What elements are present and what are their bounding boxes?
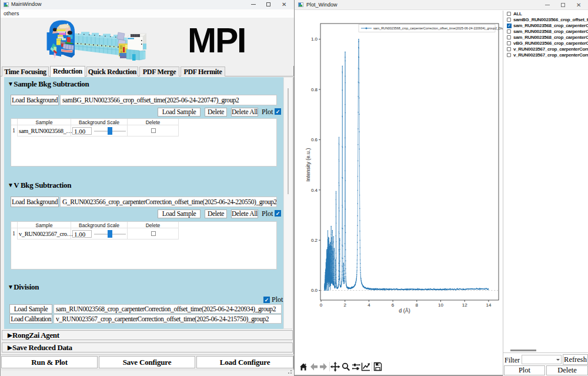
svg-text:0.4: 0.4 [311, 188, 318, 193]
svg-text:Intensity (e.u.): Intensity (e.u.) [305, 148, 311, 181]
svg-text:6: 6 [392, 302, 395, 308]
svg-text:0: 0 [320, 302, 323, 308]
svg-text:sam_RUN0023568_crop_carpenterC: sam_RUN0023568_crop_carpenterCorrection_… [373, 26, 510, 30]
svg-text:12: 12 [462, 302, 467, 308]
svg-text:0.2: 0.2 [311, 238, 318, 243]
svg-text:0.8: 0.8 [311, 87, 318, 92]
svg-text:10: 10 [438, 302, 443, 308]
svg-text:0.6: 0.6 [311, 137, 318, 142]
svg-text:1.0: 1.0 [311, 36, 318, 42]
svg-text:8: 8 [416, 302, 419, 308]
svg-text:14: 14 [486, 302, 491, 308]
svg-text:d (Å): d (Å) [399, 308, 410, 314]
svg-text:0.0: 0.0 [311, 288, 318, 293]
svg-text:2: 2 [343, 302, 346, 308]
svg-text:4: 4 [368, 302, 370, 308]
